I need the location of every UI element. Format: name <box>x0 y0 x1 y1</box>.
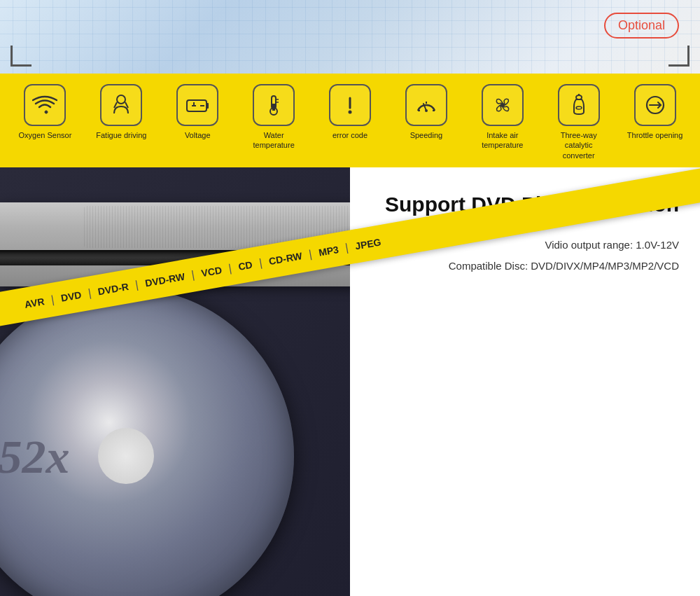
fatigue-label: Fatigue driving <box>96 130 146 140</box>
strip-mp3: MP3 <box>312 243 345 260</box>
arrow-circle-icon <box>643 92 668 118</box>
top-section: Optional <box>0 0 700 74</box>
error-icon-box <box>329 84 371 126</box>
svg-point-22 <box>576 106 582 109</box>
water-temp-icon-box <box>253 84 295 126</box>
person-icon <box>108 92 134 118</box>
disc-speed-label: 52x <box>0 429 70 485</box>
three-way-label: Three-waycatalytic converter <box>551 130 607 160</box>
icon-item-speeding: Speeding <box>388 84 464 140</box>
oxygen-sensor-icon-box <box>24 84 66 126</box>
strip-dvdrw: DVD-RW <box>139 270 191 289</box>
icon-bar: Oxygen Sensor Fatigue driving <box>0 74 700 167</box>
icon-item-fatigue: Fatigue driving <box>83 84 160 140</box>
strip-avr: AVR <box>18 295 51 311</box>
throttle-icon-box <box>634 84 676 126</box>
spec-line-2: Compatible Disc: DVD/DIVX/MP4/MP3/MP2/VC… <box>364 256 679 277</box>
throttle-label: Throttle opening <box>627 130 683 140</box>
icon-item-three-way: Three-waycatalytic converter <box>540 84 617 160</box>
thermometer-icon <box>261 92 286 118</box>
intake-label: Intake airtemperature <box>482 130 523 151</box>
gauge-icon <box>414 92 439 118</box>
strip-dvd: DVD <box>55 288 88 305</box>
three-way-icon-box <box>558 84 600 126</box>
oxygen-sensor-label: Oxygen Sensor <box>19 130 72 140</box>
svg-rect-4 <box>206 103 209 109</box>
voltage-icon-box <box>176 84 218 126</box>
corner-bracket-right <box>668 46 690 67</box>
strip-cdrw: CD-RW <box>262 249 309 268</box>
icon-item-oxygen-sensor: Oxygen Sensor <box>7 84 83 140</box>
speeding-icon-box <box>405 84 447 126</box>
fan-icon <box>490 92 515 118</box>
voltage-label: Voltage <box>185 130 211 140</box>
fatigue-icon-box <box>100 84 142 126</box>
speeding-label: Speeding <box>410 130 443 140</box>
dvd-disc: 52x <box>0 288 294 596</box>
strip-vcd: VCD <box>195 263 228 280</box>
page-wrapper: Optional Oxygen Sensor <box>0 0 700 596</box>
exclamation-icon <box>337 92 363 118</box>
icon-item-voltage: Voltage <box>160 84 236 140</box>
intake-icon-box <box>482 84 524 126</box>
wifi-icon <box>32 92 57 118</box>
icon-item-throttle: Throttle opening <box>617 84 693 140</box>
icon-item-error: error code <box>312 84 388 140</box>
icon-item-intake: Intake airtemperature <box>464 84 540 151</box>
bottle-icon <box>566 92 592 118</box>
svg-point-15 <box>425 109 428 112</box>
strip-dvdr: DVD-R <box>92 279 135 298</box>
svg-point-0 <box>117 95 125 104</box>
svg-point-14 <box>349 111 352 114</box>
strip-cd: CD <box>232 258 258 273</box>
icon-item-water-temp: Water temperature <box>236 84 312 151</box>
strip-jpeg: JPEG <box>349 235 387 253</box>
water-temp-label: Water temperature <box>246 130 302 151</box>
corner-bracket-left <box>10 46 31 67</box>
svg-rect-10 <box>272 104 275 111</box>
main-content: 52x AVR | DVD | DVD-R | DVD-RW | VCD | C… <box>0 167 700 596</box>
error-label: error code <box>332 130 368 140</box>
optional-badge: Optional <box>604 13 679 39</box>
battery-icon <box>185 92 210 118</box>
